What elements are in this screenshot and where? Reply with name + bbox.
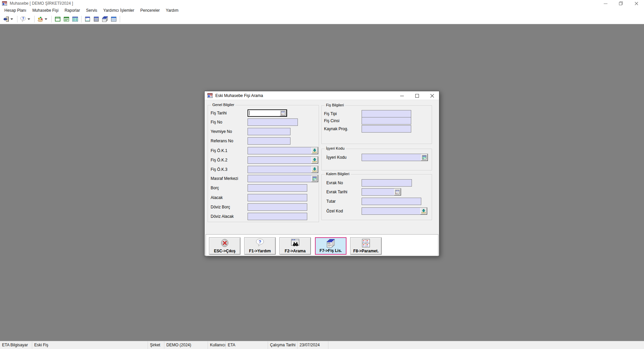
f2-arama-button[interactable]: F2->Arama — [279, 237, 311, 255]
lookup-button[interactable] — [311, 166, 318, 173]
calendar-icon — [395, 190, 400, 194]
kaynak-prog-input[interactable] — [362, 125, 411, 133]
maximize-icon[interactable] — [411, 91, 423, 100]
menu-pencereler[interactable]: Pencereler — [137, 7, 163, 14]
field-ozel-kod — [362, 207, 427, 215]
lookup-arrow-icon — [312, 167, 317, 172]
lookup-arrow-icon — [421, 209, 426, 213]
help-balloon-icon: ? — [255, 239, 265, 248]
field-doviz-alacak — [248, 213, 307, 220]
tutar-input[interactable] — [362, 198, 421, 205]
field-label: Fiş Tarihi — [211, 111, 227, 115]
calendar-button[interactable] — [394, 189, 401, 195]
dialog-title: Eski Muhasebe Fişi Arama — [215, 93, 263, 98]
field-label: Döviz Borç — [211, 205, 230, 209]
lookup-button[interactable] — [311, 147, 318, 154]
yevmiye-no-input[interactable] — [248, 128, 290, 135]
menu-yardim[interactable]: Yardım — [163, 7, 181, 14]
field-label: Tutar — [326, 199, 336, 204]
window-list-icon[interactable] — [62, 15, 71, 23]
close-icon[interactable] — [629, 0, 644, 7]
esc-cikis-button[interactable]: ESC->Çıkış — [209, 237, 240, 255]
calendar-icon — [281, 111, 285, 115]
svg-text:?: ? — [259, 239, 261, 244]
menu-servis[interactable]: Servis — [83, 7, 100, 14]
minimize-icon[interactable] — [598, 0, 613, 7]
referans-no-input[interactable] — [248, 137, 290, 145]
field-fis-ok2 — [248, 156, 318, 164]
menubar: Hesap Planı Muhasebe Fişi Raporlar Servi… — [0, 7, 644, 14]
evrak-no-input[interactable] — [362, 179, 412, 187]
lookup-button[interactable] — [420, 208, 427, 214]
button-label: F1->Yardım — [249, 249, 271, 253]
f8-parametreler-button[interactable]: F8->Paramet. — [350, 237, 382, 255]
field-evrak-tarihi — [362, 188, 401, 196]
fis-list-stack-icon — [326, 239, 336, 248]
field-label: Yevmiye No — [211, 129, 232, 134]
chevron-down-icon[interactable] — [10, 18, 13, 20]
text-caret — [249, 111, 250, 115]
lookup-arrow-icon — [312, 158, 317, 162]
minimize-icon[interactable] — [396, 91, 408, 100]
fis-no-input[interactable] — [248, 118, 298, 126]
fis-ok1-input[interactable] — [248, 147, 318, 154]
grid-lookup-button[interactable] — [311, 175, 318, 182]
exit-icon[interactable] — [2, 15, 15, 23]
fis-cinsi-input[interactable] — [362, 117, 411, 124]
field-label: Fiş Cinsi — [324, 118, 339, 123]
ozel-kod-input[interactable] — [362, 207, 427, 215]
fis-tipi-input[interactable] — [362, 110, 411, 117]
documents-stack-icon[interactable] — [101, 15, 109, 23]
lookup-button[interactable] — [311, 157, 318, 163]
status-sirket-label: Şirket — [148, 341, 164, 349]
field-fis-tipi — [362, 110, 411, 117]
field-label: Masraf Merkezi — [211, 176, 238, 181]
group-label: İşyeri Kodu — [325, 146, 346, 150]
status-empty — [328, 341, 644, 349]
document-filled-icon[interactable] — [92, 15, 101, 23]
status-calisma-tarihi-value: 23/07/2024 — [298, 341, 328, 349]
fis-ok3-input[interactable] — [248, 166, 318, 173]
menu-hesap-plani[interactable]: Hesap Planı — [1, 7, 29, 14]
chevron-down-icon[interactable] — [28, 18, 30, 20]
masraf-merkezi-input[interactable] — [248, 175, 318, 182]
doviz-alacak-input[interactable] — [248, 213, 307, 220]
services-icon[interactable] — [36, 15, 50, 23]
doviz-borc-input[interactable] — [248, 203, 307, 211]
status-kullanici-value: ETA — [226, 341, 268, 349]
svg-text:?: ? — [22, 16, 24, 20]
button-label: F7->Fiş Lis. — [320, 248, 342, 253]
f7-fis-listesi-button[interactable]: F7->Fiş Lis. — [315, 237, 346, 255]
status-company-name: ETA Bilgisayar — [0, 341, 32, 349]
button-label: F2->Arama — [285, 249, 306, 253]
status-sirket-value: DEMO (2024) — [164, 341, 208, 349]
f1-yardim-button[interactable]: ? F1->Yardım — [244, 237, 276, 255]
field-kaynak-prog — [362, 125, 411, 133]
field-fis-ok1 — [248, 147, 318, 154]
new-window-icon[interactable] — [53, 15, 62, 23]
calendar-table-icon[interactable] — [109, 15, 118, 23]
dialog-icon — [207, 93, 213, 98]
alacak-input[interactable] — [248, 194, 307, 201]
grid-lookup-button[interactable] — [421, 154, 428, 161]
field-masraf-merkezi — [248, 175, 318, 182]
field-evrak-no — [362, 179, 412, 187]
teal-table-icon[interactable] — [71, 15, 79, 23]
fis-ok2-input[interactable] — [248, 156, 318, 164]
group-label: Fiş Bilgileri — [325, 103, 345, 107]
exit-cross-icon — [220, 239, 230, 248]
close-icon[interactable] — [426, 91, 438, 100]
menu-yardimci-islemler[interactable]: Yardımcı İşlemler — [100, 7, 137, 14]
field-label: Fiş No — [211, 120, 222, 124]
field-fis-no — [248, 118, 298, 126]
help-icon[interactable]: ? — [19, 15, 33, 23]
isyeri-kodu-input[interactable] — [362, 154, 428, 161]
menu-muhasebe-fisi[interactable]: Muhasebe Fişi — [29, 7, 61, 14]
restore-icon[interactable] — [613, 0, 629, 7]
calendar-button[interactable] — [280, 110, 286, 116]
status-kullanici-label: Kullanıcı — [208, 341, 226, 349]
menu-raporlar[interactable]: Raporlar — [61, 7, 83, 14]
chevron-down-icon[interactable] — [45, 18, 47, 20]
document-icon[interactable] — [83, 15, 92, 23]
borc-input[interactable] — [248, 184, 307, 192]
